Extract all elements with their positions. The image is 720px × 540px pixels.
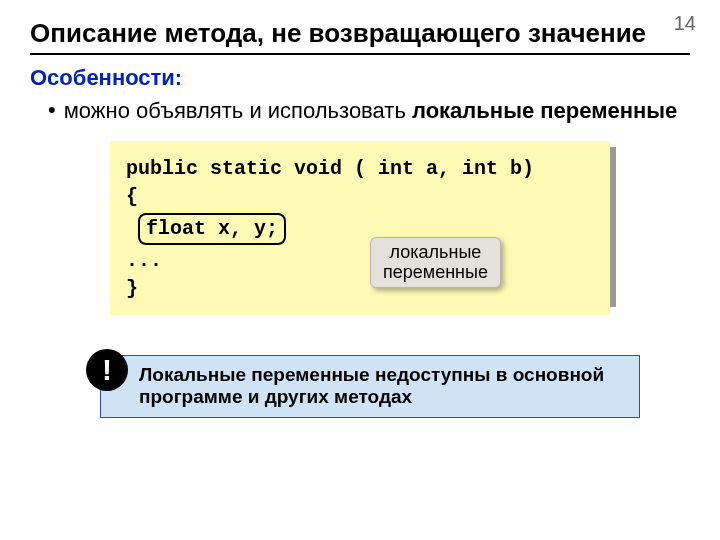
bullet-lead: можно объявлять и использовать (64, 98, 412, 123)
code-line-signature: public static void ( int a, int b) (126, 155, 594, 183)
subtitle: Особенности: (30, 65, 690, 91)
callout-line2: переменные (383, 262, 488, 283)
bullet-bold: локальные переменные (412, 98, 677, 123)
code-line-close-brace: } (126, 275, 594, 303)
code-block: public static void ( int a, int b) { flo… (110, 141, 690, 315)
code-line-open-brace: { (126, 183, 594, 211)
local-variables-decl: float x, y; (138, 213, 286, 245)
code-indent (126, 217, 138, 240)
bullet-text: можно объявлять и использовать локальные… (64, 97, 678, 125)
slide-title: Описание метода, не возвращающего значен… (30, 18, 690, 49)
exclamation-icon: ! (86, 349, 128, 391)
code-line-ellipsis: ... (126, 247, 594, 275)
note-text: Локальные переменные недоступны в основн… (100, 355, 640, 419)
note-block: ! Локальные переменные недоступны в осно… (100, 355, 690, 419)
callout-local-variables: локальные переменные (370, 237, 501, 288)
callout-line1: локальные (383, 242, 488, 263)
bullet-item: • можно объявлять и использовать локальн… (48, 97, 690, 125)
code-box: public static void ( int a, int b) { flo… (110, 141, 610, 315)
page-number: 14 (674, 12, 696, 35)
title-underline (30, 53, 690, 55)
bullet-marker: • (48, 97, 56, 123)
code-local-decl-wrap: float x, y; (126, 211, 594, 247)
